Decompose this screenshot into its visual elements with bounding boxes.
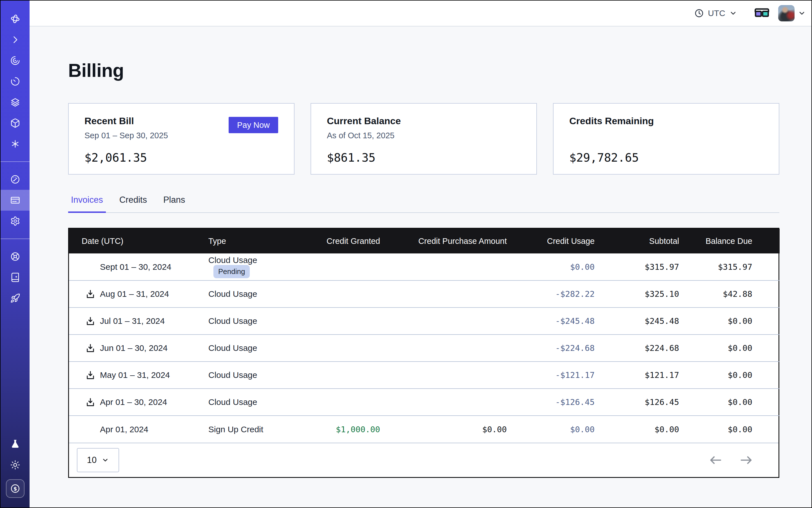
credit-usage-value: -$121.17 xyxy=(507,362,595,389)
avatar[interactable] xyxy=(778,5,795,22)
invoice-type: Sign Up Credit xyxy=(208,425,263,434)
column-header-credit-granted: Credit Granted xyxy=(292,229,380,253)
timezone-selector[interactable]: UTC xyxy=(694,8,737,18)
3d-glasses-icon[interactable] xyxy=(754,7,770,19)
invoice-period: Jun 01 – 30, 2024 xyxy=(100,343,168,353)
dollar-badge-icon[interactable] xyxy=(6,479,25,498)
recent-bill-card: Recent Bill Sep 01 – Sep 30, 2025 $2,061… xyxy=(68,103,295,175)
subtotal-value: $245.48 xyxy=(595,307,679,335)
table-row: May 01 – 31, 2024 Cloud Usage -$121.17 $… xyxy=(69,362,780,389)
credit-purchase-value xyxy=(380,389,507,416)
chevron-right-icon[interactable] xyxy=(1,29,30,50)
chevron-down-icon xyxy=(798,9,806,17)
tab-credits[interactable]: Credits xyxy=(117,195,150,212)
credit-granted-value xyxy=(292,307,380,335)
balance-due-value: $0.00 xyxy=(679,362,780,389)
invoices-table: Date (UTC) Type Credit Granted Credit Pu… xyxy=(68,228,779,478)
credit-purchase-value xyxy=(380,281,507,307)
subtotal-value: $0.00 xyxy=(595,416,679,443)
pay-now-button[interactable]: Pay Now xyxy=(229,117,278,133)
recent-bill-amount: $2,061.35 xyxy=(84,151,147,164)
credits-remaining-card: Credits Remaining $29,782.65 xyxy=(553,103,779,175)
gauge-icon[interactable] xyxy=(1,169,30,190)
tab-plans[interactable]: Plans xyxy=(161,195,188,212)
column-header-subtotal: Subtotal xyxy=(595,229,679,253)
gear-icon[interactable] xyxy=(1,211,30,231)
spiral-icon[interactable] xyxy=(1,50,30,71)
cube-icon[interactable] xyxy=(1,113,30,133)
summary-cards: Recent Bill Sep 01 – Sep 30, 2025 $2,061… xyxy=(68,103,779,175)
invoice-type: Cloud Usage xyxy=(208,397,257,407)
download-invoice-button[interactable] xyxy=(85,396,96,408)
orbit-logo-icon[interactable] xyxy=(1,8,30,29)
current-balance-card: Current Balance As of Oct 15, 2025 $861.… xyxy=(310,103,537,175)
credit-usage-value: -$245.48 xyxy=(507,307,595,335)
billing-page: Billing Recent Bill Sep 01 – Sep 30, 202… xyxy=(30,27,811,507)
balance-due-value: $315.97 xyxy=(679,253,780,281)
book-sparkle-icon[interactable] xyxy=(1,267,30,288)
table-footer: 10 xyxy=(69,443,778,477)
invoice-type: Cloud Usage xyxy=(208,289,257,298)
invoice-type: Cloud Usage xyxy=(208,255,257,265)
table-row: Aug 01 – 31, 2024 Cloud Usage -$282.22 $… xyxy=(69,281,780,307)
balance-due-value: $0.00 xyxy=(679,389,780,416)
user-menu-chevron[interactable] xyxy=(798,9,806,17)
app-window: UTC Billing Recent Bill Sep 01 xyxy=(0,0,812,508)
balance-due-value: $0.00 xyxy=(679,307,780,335)
credit-usage-value: -$224.68 xyxy=(507,335,595,362)
previous-page-arrow-icon[interactable] xyxy=(709,454,722,467)
rocket-icon[interactable] xyxy=(1,288,30,309)
invoice-period: Sept 01 – 30, 2024 xyxy=(100,262,171,272)
sun-icon[interactable] xyxy=(1,455,30,475)
credits-remaining-amount: $29,782.65 xyxy=(569,151,639,164)
download-invoice-button[interactable] xyxy=(85,342,96,354)
balance-due-value: $0.00 xyxy=(679,416,780,443)
credit-granted-value xyxy=(292,389,380,416)
clock-icon xyxy=(694,8,704,18)
chevron-down-icon xyxy=(102,457,109,464)
download-invoice-button[interactable] xyxy=(85,288,96,300)
current-balance-amount: $861.35 xyxy=(327,151,376,164)
layers-icon[interactable] xyxy=(1,92,30,113)
card-title: Current Balance xyxy=(327,116,521,126)
subtotal-value: $325.10 xyxy=(595,281,679,307)
credit-usage-value: -$126.45 xyxy=(507,389,595,416)
card-title: Credits Remaining xyxy=(569,116,763,126)
chevron-down-icon xyxy=(729,9,737,17)
subtotal-value: $126.45 xyxy=(595,389,679,416)
invoice-type: Cloud Usage xyxy=(208,316,257,326)
wheel-icon[interactable] xyxy=(1,246,30,267)
status-badge: Pending xyxy=(213,265,250,278)
column-header-balance-due: Balance Due xyxy=(679,229,780,253)
table-header-row: Date (UTC) Type Credit Granted Credit Pu… xyxy=(69,229,780,253)
download-invoice-button[interactable] xyxy=(85,315,96,327)
next-page-arrow-icon[interactable] xyxy=(740,454,753,467)
download-invoice-button[interactable] xyxy=(85,370,96,381)
flask-icon[interactable] xyxy=(1,434,30,455)
credit-usage-value: -$282.22 xyxy=(507,281,595,307)
invoice-period: May 01 – 31, 2024 xyxy=(100,370,170,380)
credit-purchase-value: $0.00 xyxy=(380,416,507,443)
balance-as-of: As of Oct 15, 2025 xyxy=(327,131,521,140)
clock-reset-icon[interactable] xyxy=(1,71,30,92)
credit-granted-value xyxy=(292,281,380,307)
column-header-credit-purchase-amount: Credit Purchase Amount xyxy=(380,229,507,253)
tab-invoices[interactable]: Invoices xyxy=(68,195,106,212)
credit-card-icon[interactable] xyxy=(1,190,30,211)
credit-purchase-value xyxy=(380,307,507,335)
page-size-value: 10 xyxy=(87,455,96,465)
invoice-period: Apr 01 – 30, 2024 xyxy=(100,397,167,407)
balance-due-value: $0.00 xyxy=(679,335,780,362)
column-header-type: Type xyxy=(208,229,292,253)
billing-tabs: Invoices Credits Plans xyxy=(68,195,779,213)
invoice-type: Cloud Usage xyxy=(208,370,257,380)
page-size-select[interactable]: 10 xyxy=(77,448,119,472)
subtotal-value: $315.97 xyxy=(595,253,679,281)
topbar: UTC xyxy=(30,1,811,27)
sidebar xyxy=(1,1,30,507)
table-row: Apr 01, 2024 Sign Up Credit $1,000.00 $0… xyxy=(69,416,780,443)
invoice-type: Cloud Usage xyxy=(208,343,257,352)
asterisk-icon[interactable] xyxy=(1,133,30,154)
column-header-credit-usage: Credit Usage xyxy=(507,229,595,253)
subtotal-value: $121.17 xyxy=(595,362,679,389)
